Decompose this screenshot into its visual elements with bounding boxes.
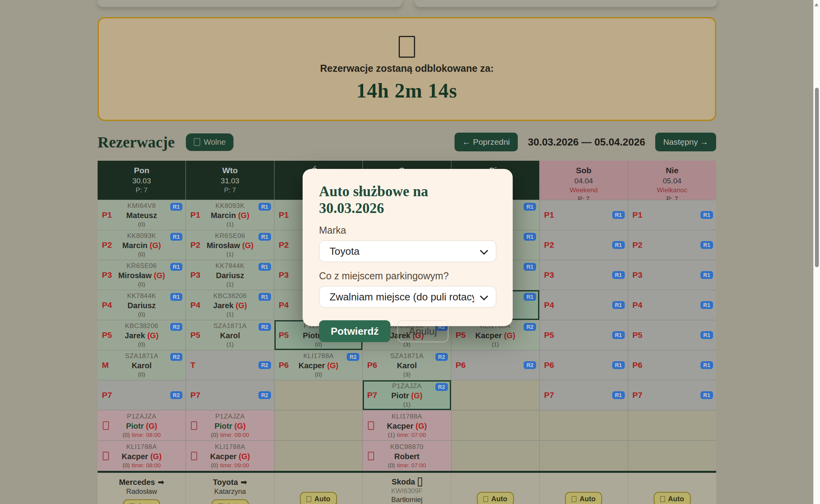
reservation-meta: (1): [211, 220, 250, 228]
spot-cell-p2[interactable]: P2KK8093KMarcin (G)(0)R1: [98, 230, 185, 260]
rotation-badge: R2: [347, 353, 359, 361]
rotation-badge: R1: [701, 391, 713, 399]
spot-label: P5: [633, 330, 643, 340]
next-week-button[interactable]: Następny →: [655, 133, 716, 151]
arrow-right-icon: ➡: [241, 477, 247, 487]
person-name: Jarek (G): [213, 300, 247, 311]
reservation-info: KK7844KDariusz(0): [127, 292, 156, 318]
reservation-count: (0): [388, 462, 395, 469]
company-car-cell: Toyota➡KatarzynaAuto: [186, 473, 274, 504]
guest-marker: (G): [145, 331, 159, 340]
license-plate: SZA1871A: [125, 352, 158, 360]
spot-cell-p2[interactable]: P2KR6SE06Mirosław (G)(1)R1: [186, 230, 274, 260]
empty-cell: [451, 380, 539, 410]
reservation-meta: (0): [127, 311, 156, 318]
reservation-info: KK7844KDariusz(1): [216, 262, 245, 288]
reservation-count: (1): [226, 311, 234, 318]
spot-cell-p4[interactable]: P4KBC38206Jarek (G)(1)R1: [186, 290, 274, 320]
person-first-name: Jarek: [125, 331, 145, 340]
spot-cell-p7[interactable]: P7R2: [98, 380, 185, 410]
spot-cell-p6[interactable]: P6KLI1788AKacper (G)(0)R2: [275, 350, 362, 380]
reservation-info: KLI1788AKacper (G)(1)time: 07:00: [387, 412, 427, 439]
reservation-count: (0): [138, 281, 145, 287]
auto-chip-button[interactable]: Auto: [565, 492, 602, 504]
spot-cell-p3[interactable]: P3R1: [540, 260, 627, 290]
scrollbar-thumb[interactable]: [815, 88, 819, 267]
reservation-count: (0): [138, 221, 145, 227]
spot-cell-p2[interactable]: P2R1: [540, 230, 627, 260]
spot-cell-p2[interactable]: P2R1: [628, 230, 716, 260]
spot-cell-p4[interactable]: P4R1: [540, 290, 627, 320]
countdown-label: Rezerwacje zostaną odblokowane za:: [320, 63, 494, 74]
spot-cell-p6[interactable]: P6R1: [540, 350, 627, 380]
spot-cell[interactable]: KLI1788AKacper (G)(1)time: 07:00: [363, 410, 451, 440]
spot-cell-p5[interactable]: P5SZA1871AKarol(1)R2: [186, 320, 274, 350]
spot-cell-p1[interactable]: P1R1: [628, 200, 716, 230]
person-name: Mirosław (G): [118, 270, 165, 280]
empty-cell: [540, 441, 627, 471]
previous-week-button[interactable]: ← Poprzedni: [455, 133, 517, 151]
parking-select[interactable]: Zwalniam miejsce (do puli rotacyjnej): [319, 286, 496, 308]
person-name: Dariusz: [216, 270, 245, 280]
spot-cell-p5[interactable]: P5R1: [540, 320, 627, 350]
confirm-button[interactable]: Potwierdź: [319, 320, 390, 342]
empty-cell: [451, 441, 539, 471]
rotation-badge: R1: [701, 241, 713, 249]
spot-cell-p1[interactable]: P1R1: [540, 200, 627, 230]
spot-label: P3: [190, 270, 200, 280]
page-title: Rezerwacje: [98, 133, 175, 151]
spot-cell-p3[interactable]: P3KR6SE06Mirosław (G)(0)R1: [98, 260, 185, 290]
wolne-button[interactable]: Wolne: [186, 133, 234, 151]
reservation-count: (1): [226, 281, 234, 287]
person-first-name: Dariusz: [216, 271, 244, 280]
spot-cell[interactable]: KLI1788AKacper (G)(0)time: 08:00: [98, 441, 185, 471]
auto-chip-button[interactable]: Auto: [477, 492, 514, 504]
car-person: Katarzyna: [214, 488, 246, 496]
spot-label: P1: [190, 210, 200, 220]
scrollbar-up-arrow[interactable]: [815, 3, 818, 6]
spot-cell-p4[interactable]: P4R1: [628, 290, 716, 320]
license-plate: P1ZAJZA: [391, 382, 422, 390]
auto-chip-button[interactable]: Auto: [300, 492, 337, 504]
spot-cell-p6[interactable]: P6SZA1871AKarol(3)R2: [363, 350, 451, 380]
scrollbar-track[interactable]: [813, 0, 820, 504]
company-cars-row: Mercedes➡RadosławAutoToyota➡KatarzynaAut…: [98, 473, 716, 504]
spot-cell-p7[interactable]: P7P1ZAJZAPiotr (G)(1)R2: [363, 380, 451, 410]
spot-cell-p1[interactable]: P1KMI64V8Mateusz(0)R1: [98, 200, 185, 230]
reservation-info: KLI1788AKacper (G)(0)time: 08:00: [122, 443, 162, 469]
spot-cell[interactable]: KBC98870Robert(0)time: 07:00: [363, 441, 451, 471]
spot-cell-p5[interactable]: P5KBC38206Jarek (G)(0)R2: [98, 320, 185, 350]
empty-cell: [275, 410, 362, 440]
day-header-sob: Sob04.04WeekendP: 7: [540, 161, 627, 200]
spot-cell-p7[interactable]: P7R2: [186, 380, 274, 410]
license-plate: KBC38206: [213, 292, 247, 300]
company-car-cell: SkodaKWI6309FBartłomiejAuto: [363, 473, 451, 504]
spot-cell-p1[interactable]: P1KK8093KMarcin (G)(1)R1: [186, 200, 274, 230]
modal-title: Auto służbowe na 30.03.2026: [319, 183, 496, 217]
auto-chip-button[interactable]: Auto: [654, 492, 691, 504]
spot-cell-p3[interactable]: P3R1: [628, 260, 716, 290]
hourglass-icon: [191, 421, 197, 430]
auto-chip-button[interactable]: Auto: [212, 499, 249, 504]
person-name: Marcin (G): [211, 210, 250, 220]
auto-chip-button[interactable]: Auto: [123, 499, 160, 504]
spot-label: P5: [279, 330, 289, 340]
hourglass-icon: [368, 421, 374, 430]
cancel-button[interactable]: Anuluj: [398, 320, 448, 342]
spot-cell-t[interactable]: TR2: [186, 350, 274, 380]
spot-cell-p3[interactable]: P3KK7844KDariusz(1)R1: [186, 260, 274, 290]
marka-label: Marka: [319, 225, 496, 236]
spot-cell-p5[interactable]: P5R1: [628, 320, 716, 350]
spot-cell-m[interactable]: MSZA1871AKarol(0)R2: [98, 350, 185, 380]
spot-cell-p6[interactable]: P6R2: [451, 350, 539, 380]
company-car-cell: Auto: [628, 473, 716, 504]
marka-select[interactable]: Toyota: [319, 240, 496, 262]
spot-cell[interactable]: KLI1788AKacper (G)(0)time: 09:00: [186, 441, 274, 471]
spot-cell-p4[interactable]: P4KK7844KDariusz(0)R1: [98, 290, 185, 320]
spot-cell-p7[interactable]: P7R1: [628, 380, 716, 410]
spot-cell[interactable]: P1ZAJZAPiotr (G)(0)time: 08:00: [98, 410, 185, 440]
spot-cell-p7[interactable]: P7R1: [540, 380, 627, 410]
spot-cell-p6[interactable]: P6R1: [628, 350, 716, 380]
spot-cell[interactable]: P1ZAJZAPiotr (G)(0)time: 09:00: [186, 410, 274, 440]
company-car-cell: Auto: [451, 473, 539, 504]
